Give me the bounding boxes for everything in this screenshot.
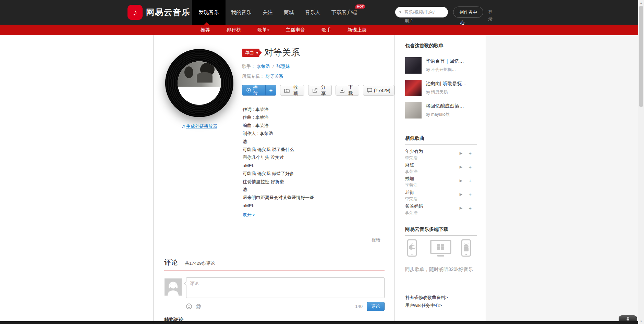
player-lock-tab[interactable]: [619, 315, 637, 321]
playlist-cover[interactable]: [405, 80, 422, 96]
album-link[interactable]: 对等关系: [266, 74, 283, 79]
scroll-up-arrow[interactable]: ▲: [638, 0, 644, 5]
outer-player-link-row: ♫生成外链播放器: [165, 123, 234, 129]
nav-item-mall[interactable]: 商城: [278, 0, 300, 25]
subnav-item-radio[interactable]: 主播电台: [286, 25, 305, 35]
hot-badge: HOT: [355, 4, 365, 9]
comment-submit-button[interactable]: 评论: [367, 302, 385, 311]
active-nav-arrow-indicator: [204, 22, 209, 25]
lyric-line: 制作人 : 李荣浩: [243, 129, 314, 137]
subnav-item-new-album[interactable]: 新碟上架: [348, 25, 367, 35]
user-wiki-link[interactable]: 用户wiki任务中心>: [405, 302, 442, 309]
content-wrapper: ♫生成外链播放器 单曲 对等关系 歌手： 李荣浩 / 张惠妹 所属专辑： 对等关…: [153, 35, 486, 324]
artist-row: 歌手： 李荣浩 / 张惠妹: [242, 63, 394, 70]
similar-song-item: 年少有为 李荣浩 ▶+: [405, 148, 478, 161]
char-counter: 140: [355, 304, 363, 309]
scrollbar-thumb[interactable]: [639, 6, 643, 107]
android-icon[interactable]: [461, 239, 471, 259]
lyric-line: 作曲 : 李荣浩: [243, 113, 314, 121]
add-icon[interactable]: +: [469, 178, 472, 183]
play-triangle-icon[interactable]: ▶: [460, 178, 462, 183]
page-background-right: [486, 35, 638, 324]
comments-header: 评论 共17429条评论: [164, 258, 385, 271]
lyric-line: 作词 : 李荣浩: [243, 105, 314, 113]
artist-link-2[interactable]: 张惠妹: [277, 64, 290, 69]
subnav-item-ranking[interactable]: 排行榜: [227, 25, 241, 35]
play-triangle-icon[interactable]: ▶: [460, 192, 462, 197]
subnav-item-artist[interactable]: 歌手: [321, 25, 331, 35]
login-link[interactable]: 登 录: [488, 9, 493, 23]
add-icon[interactable]: +: [469, 165, 472, 169]
action-buttons: 播放 + 收藏: [242, 85, 394, 96]
share-icon: [312, 88, 317, 93]
play-triangle-icon[interactable]: ▶: [460, 151, 462, 155]
album-disc: [165, 49, 233, 117]
lyric-line: 可能我 确实我 说了些什么: [243, 146, 314, 153]
playlist-cover[interactable]: [405, 57, 422, 74]
logo-text: 网易云音乐: [146, 7, 191, 18]
netease-logo-icon: ♪: [127, 5, 143, 20]
artist-link-1[interactable]: 李荣浩: [257, 64, 270, 69]
top-nav: 发现音乐 我的音乐 关注 商城 音乐人 下载客户端 HOT: [192, 0, 363, 25]
logo[interactable]: ♪ 网易云音乐: [127, 5, 191, 20]
netease-music-song-page: ♪ 网易云音乐 发现音乐 我的音乐 关注 商城 音乐人 下载客户端 HOT 用户…: [0, 0, 644, 324]
creator-center-button[interactable]: 创作者中: [453, 7, 483, 18]
at-mention-icon[interactable]: @: [195, 303, 201, 310]
scrollbar[interactable]: ▲ ▼: [638, 0, 644, 324]
subnav: 推荐 排行榜 歌单® 主播电台 歌手 新碟上架: [0, 25, 638, 35]
subnav-item-recommend[interactable]: 推荐: [201, 25, 210, 35]
nav-item-download-client[interactable]: 下载客户端 HOT: [326, 0, 363, 25]
song-header: 单曲 对等关系 歌手： 李荣浩 / 张惠妹 所属专辑： 对等关系: [242, 47, 394, 96]
emoji-icon[interactable]: [186, 303, 192, 309]
nav-item-my-music[interactable]: 我的音乐: [226, 0, 257, 25]
nav-item-musician[interactable]: 音乐人: [300, 0, 326, 25]
play-triangle-icon[interactable]: ▶: [460, 206, 462, 210]
search-area: 用户: [395, 7, 448, 17]
playlist-cover[interactable]: [405, 102, 422, 119]
song-title: 对等关系: [264, 47, 300, 59]
player-bar[interactable]: [0, 321, 638, 324]
edit-song-info-link[interactable]: 补充或修改歌曲资料>: [405, 295, 448, 301]
music-note-icon: ♫: [182, 124, 185, 129]
generate-outer-player-link[interactable]: 生成外链播放器: [186, 124, 217, 129]
playlist-item[interactable]: 治愈向| 听歌是抚… by 情思天鹅: [405, 80, 478, 96]
chevron-down-icon: ∨: [252, 213, 255, 217]
favorite-button[interactable]: 收藏: [280, 85, 304, 96]
scroll-down-arrow[interactable]: ▼: [638, 319, 644, 324]
comments-count-button[interactable]: (17429): [363, 85, 394, 96]
nav-item-discover[interactable]: 发现音乐: [192, 0, 226, 25]
play-triangle-icon[interactable]: ▶: [460, 165, 462, 169]
play-circle-icon: [246, 88, 251, 93]
sidebar: 包含这首歌的歌单 华语百首｜回忆… by 不会开挖掘… 治愈向| 听歌是抚… b…: [405, 35, 478, 324]
nav-item-follow[interactable]: 关注: [257, 0, 278, 25]
playlist-item[interactable]: 将回忆酿成烈酒… by mayuko然: [405, 102, 478, 119]
similar-song-item: 爸爸妈妈 李荣浩 ▶+: [405, 203, 478, 215]
lyric-line: 后来明白距离是会对某些爱情好一些: [243, 194, 314, 201]
add-to-playlist-button[interactable]: +: [265, 85, 276, 95]
album-row: 所属专辑： 对等关系: [242, 73, 394, 79]
subnav-item-playlist[interactable]: 歌单®: [257, 25, 269, 35]
add-icon[interactable]: +: [469, 206, 472, 210]
comment-textarea[interactable]: [186, 277, 385, 298]
share-button[interactable]: 分享: [308, 85, 332, 96]
sidebar-similar-title: 相似歌曲: [405, 135, 477, 145]
lyric-line: aMEI:: [243, 202, 314, 210]
download-button[interactable]: 下载: [336, 85, 359, 96]
add-icon[interactable]: +: [469, 151, 472, 155]
search-box[interactable]: [395, 7, 448, 17]
comment-toolbar: @ 140 评论: [186, 302, 385, 311]
comment-bubble-icon: [367, 88, 372, 93]
iphone-icon[interactable]: [406, 239, 417, 259]
sidebar-download-title: 网易云音乐多端下载: [405, 226, 477, 236]
report-error-link[interactable]: 报错: [372, 237, 380, 243]
play-button[interactable]: 播放: [242, 85, 265, 95]
topbar: ♪ 网易云音乐 发现音乐 我的音乐 关注 商城 音乐人 下载客户端 HOT 用户…: [0, 0, 638, 25]
search-input[interactable]: [403, 9, 445, 15]
add-icon[interactable]: +: [469, 192, 472, 197]
search-placeholder-overflow: 用户: [404, 18, 413, 24]
pc-icon[interactable]: [430, 239, 452, 259]
expand-lyrics-link[interactable]: 展开∨: [243, 212, 255, 218]
playlist-item[interactable]: 华语百首｜回忆… by 不会开挖掘…: [405, 57, 478, 74]
note-glyph: ♪: [133, 7, 137, 18]
play-button-group: 播放 +: [242, 85, 276, 96]
